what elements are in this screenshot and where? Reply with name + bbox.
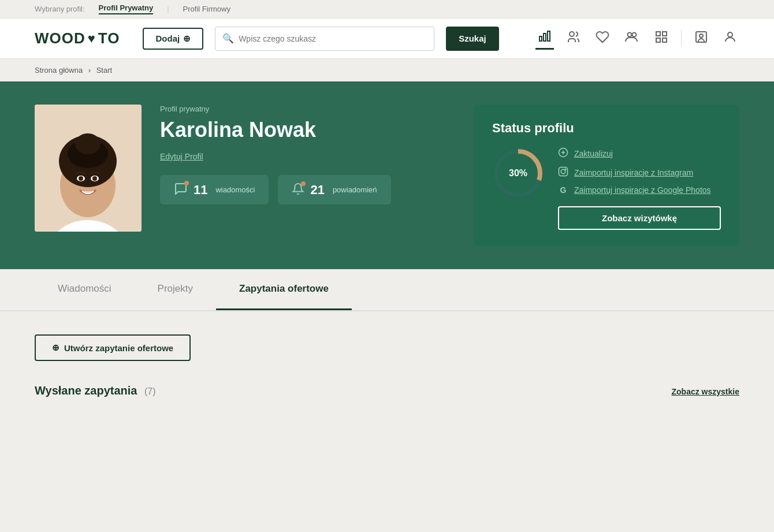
hero-info: Profil prywatny Karolina Nowak Edytuj Pr… (160, 105, 455, 204)
section-count: (7) (144, 386, 156, 396)
profile-type-label: Profil prywatny (160, 105, 455, 113)
svg-point-5 (632, 32, 637, 36)
breadcrumb: Strona główna › Start (0, 59, 774, 81)
svg-point-19 (75, 133, 101, 154)
content-area: ⊕ Utwórz zapytanie ofertowe Wysłane zapy… (0, 311, 774, 456)
section-title: Wysłane zapytania (35, 384, 137, 397)
nav-icons (535, 27, 739, 50)
plus-icon: ⊕ (183, 34, 191, 44)
messages-stat[interactable]: 11 wiadomości (160, 175, 269, 204)
svg-rect-1 (544, 34, 546, 41)
profile-alt-icon[interactable] (692, 28, 710, 50)
breadcrumb-home[interactable]: Strona główna (35, 66, 83, 75)
profile-prywatny-tab[interactable]: Profil Prywatny (99, 3, 154, 14)
svg-rect-0 (539, 36, 542, 41)
action-google: G Zaimportuj inspiracje z Google Photos (558, 185, 721, 195)
svg-text:30%: 30% (509, 168, 527, 178)
stats-row: 11 wiadomości 21 powiadomień (160, 175, 455, 204)
group-icon[interactable] (622, 28, 642, 50)
svg-point-12 (728, 32, 732, 37)
wizytowka-button[interactable]: Zobacz wizytówkę (558, 206, 721, 230)
tab-wiadomosci[interactable]: Wiadomości (35, 269, 135, 310)
google-link[interactable]: Zaimportuj inspiracje z Google Photos (574, 185, 711, 195)
update-icon (558, 147, 568, 159)
create-query-label: Utwórz zapytanie ofertowe (64, 343, 173, 353)
bell-icon (292, 183, 304, 197)
search-icon: 🔍 (222, 33, 234, 44)
notifications-count: 21 (310, 183, 324, 198)
tab-projekty[interactable]: Projekty (135, 269, 216, 310)
divider: | (167, 5, 169, 13)
heart-icon[interactable] (593, 28, 612, 50)
users-icon[interactable] (564, 28, 583, 50)
svg-point-21 (79, 176, 83, 181)
section-header: Wysłane zapytania (7) Zobacz wszystkie (35, 384, 739, 397)
profile-firmowy-tab[interactable]: Profil Firmowy (183, 5, 230, 13)
instagram-link[interactable]: Zaimportuj inspiracje z Instagram (574, 168, 693, 177)
szukaj-label: Szukaj (459, 34, 486, 43)
notifications-label: powiadomień (333, 185, 377, 194)
logo-text2: TO (98, 29, 120, 47)
progress-circle: 30% (492, 147, 544, 199)
notifications-stat[interactable]: 21 powiadomień (278, 175, 390, 204)
profile-status-card: Status profilu 30% (474, 105, 739, 246)
message-icon (174, 182, 188, 198)
messages-count: 11 (194, 183, 207, 198)
profile-name: Karolina Nowak (160, 118, 455, 142)
svg-rect-6 (656, 32, 660, 36)
user-avatar (35, 105, 142, 232)
hero-section: Profil prywatny Karolina Nowak Edytuj Pr… (0, 81, 774, 269)
search-input[interactable] (239, 34, 427, 43)
svg-rect-9 (663, 38, 667, 42)
google-icon: G (558, 185, 568, 195)
tabs-bar: Wiadomości Projekty Zapytania ofertowe (0, 269, 774, 311)
svg-point-33 (565, 169, 566, 170)
svg-rect-31 (559, 168, 568, 176)
wizytowka-label: Zobacz wizytówkę (602, 213, 677, 223)
svg-rect-8 (656, 38, 660, 42)
logo: WOOD ♥ TO (35, 29, 120, 47)
svg-point-23 (92, 176, 97, 181)
action-zaktualizuj: Zaktualizuj (558, 147, 721, 159)
see-all-link[interactable]: Zobacz wszystkie (672, 387, 740, 396)
dodaj-label: Dodaj (155, 34, 180, 43)
logo-text1: WOOD (35, 29, 85, 47)
search-bar: 🔍 (215, 27, 434, 51)
action-instagram: Zaimportuj inspiracje z Instagram (558, 166, 721, 178)
section-title-group: Wysłane zapytania (7) (35, 384, 156, 397)
user-icon[interactable] (721, 28, 739, 50)
svg-point-32 (561, 169, 565, 174)
logo-heart-icon: ♥ (88, 31, 96, 46)
message-notif-dot (184, 181, 189, 185)
top-profile-bar: Wybrany profil: Profil Prywatny | Profil… (0, 0, 774, 18)
svg-rect-2 (548, 31, 550, 41)
status-body: 30% Zaktualizuj Zaimportuj inspiracje z … (492, 147, 721, 230)
szukaj-button[interactable]: Szukaj (446, 27, 499, 51)
nav-divider (681, 30, 682, 47)
svg-point-3 (570, 32, 574, 36)
main-nav: WOOD ♥ TO Dodaj ⊕ 🔍 Szukaj (0, 18, 774, 59)
chart-icon[interactable] (535, 27, 554, 50)
edit-profile-link[interactable]: Edytuj Profil (160, 152, 203, 161)
status-title: Status profilu (492, 121, 721, 136)
svg-point-4 (628, 32, 632, 36)
dodaj-button[interactable]: Dodaj ⊕ (143, 28, 203, 50)
breadcrumb-current: Start (96, 66, 112, 75)
status-actions: Zaktualizuj Zaimportuj inspiracje z Inst… (558, 147, 721, 230)
grid-icon[interactable] (652, 28, 671, 50)
instagram-icon (558, 166, 568, 178)
profile-label-text: Wybrany profil: (35, 5, 85, 13)
messages-label: wiadomości (215, 185, 255, 194)
svg-point-11 (699, 34, 703, 38)
create-query-button[interactable]: ⊕ Utwórz zapytanie ofertowe (35, 334, 191, 361)
create-query-icon: ⊕ (52, 343, 59, 353)
notif-dot (301, 181, 306, 186)
zaktualizuj-link[interactable]: Zaktualizuj (574, 149, 613, 158)
tab-zapytania[interactable]: Zapytania ofertowe (216, 269, 352, 310)
svg-rect-7 (663, 32, 667, 36)
breadcrumb-sep: › (88, 66, 93, 75)
